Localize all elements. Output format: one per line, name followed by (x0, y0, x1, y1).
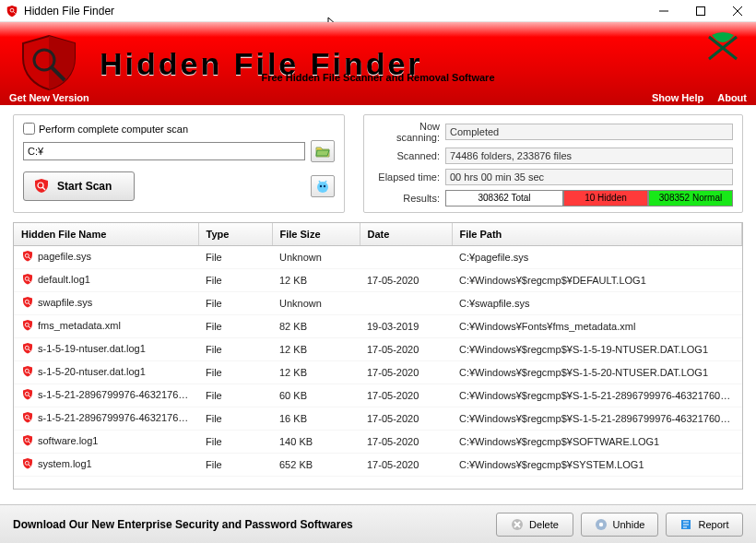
col-header-date[interactable]: Date (360, 223, 452, 246)
cell-name: s-1-5-21-2896799976-463217609-2... (38, 389, 198, 400)
file-shield-icon (21, 319, 34, 334)
cell-path: C:¥swapfile.sys (452, 292, 742, 315)
cell-type: File (198, 269, 272, 292)
table-header-row: Hidden File Name Type File Size Date Fil… (14, 223, 742, 246)
col-header-path[interactable]: File Path (452, 223, 742, 246)
scan-icon (33, 178, 50, 195)
cell-path: C:¥pagefile.sys (452, 246, 742, 269)
app-subtitle: Free Hidden File Scanner and Removal Sof… (0, 72, 756, 83)
cell-date (360, 246, 452, 269)
col-header-size[interactable]: File Size (272, 223, 360, 246)
cell-date: 17-05-2020 (360, 384, 452, 407)
folder-open-icon (315, 145, 330, 158)
cell-type: File (198, 246, 272, 269)
results-normal: 308352 Normal (648, 190, 733, 207)
elapsed-value: 00 hrs 00 min 35 sec (445, 169, 733, 185)
results-table: Hidden File Name Type File Size Date Fil… (14, 223, 742, 477)
cell-type: File (198, 361, 272, 384)
file-shield-icon (21, 434, 34, 449)
start-scan-button[interactable]: Start Scan (23, 171, 135, 201)
show-help-link[interactable]: Show Help (652, 92, 703, 103)
scanned-label: Scanned: (373, 150, 445, 161)
cell-date (360, 292, 452, 315)
file-shield-icon (21, 388, 34, 403)
cell-type: File (198, 338, 272, 361)
file-shield-icon (21, 296, 34, 311)
cell-path: C:¥Windows¥$regcmp$¥DEFAULT.LOG1 (452, 269, 742, 292)
footer: Download Our New Enterprise Security and… (0, 504, 756, 543)
table-row[interactable]: system.log1File652 KB17-05-2020C:¥Window… (14, 454, 742, 477)
cell-path: C:¥Windows¥Fonts¥fms_metadata.xml (452, 315, 742, 338)
report-button[interactable]: Report (666, 513, 743, 537)
cell-size: Unknown (272, 246, 360, 269)
now-scanning-label: Now scanning: (373, 121, 445, 143)
cell-size: 12 KB (272, 269, 360, 292)
file-shield-icon (21, 250, 34, 265)
file-shield-icon (21, 342, 34, 357)
table-row[interactable]: software.log1File140 KB17-05-2020C:¥Wind… (14, 431, 742, 454)
scan-panel: Perform complete computer scan Start Sca… (13, 114, 345, 213)
cell-type: File (198, 384, 272, 407)
cell-date: 17-05-2020 (360, 338, 452, 361)
delete-label: Delete (529, 519, 559, 530)
cell-date: 17-05-2020 (360, 361, 452, 384)
col-header-type[interactable]: Type (198, 223, 272, 246)
get-new-version-link[interactable]: Get New Version (9, 92, 89, 103)
delete-button[interactable]: Delete (496, 513, 573, 537)
cell-date: 19-03-2019 (360, 315, 452, 338)
col-header-name[interactable]: Hidden File Name (14, 223, 198, 246)
creature-icon (315, 179, 330, 194)
delete-icon (511, 518, 524, 531)
titlebar: Hidden File Finder (0, 0, 756, 22)
results-total: 308362 Total (445, 190, 563, 207)
report-icon (679, 518, 692, 531)
cell-path: C:¥Windows¥$regcmp$¥S-1-5-21-2896799976-… (452, 407, 742, 431)
minimize-button[interactable] (645, 0, 682, 22)
results-hidden: 10 Hidden (563, 190, 648, 207)
maximize-button[interactable] (682, 0, 719, 22)
cell-date: 17-05-2020 (360, 269, 452, 292)
secondary-tool-button[interactable] (311, 175, 335, 197)
table-row[interactable]: fms_metadata.xmlFile82 KB19-03-2019C:¥Wi… (14, 315, 742, 338)
unhide-icon (595, 518, 608, 531)
app-icon (6, 5, 18, 18)
cell-size: 60 KB (272, 384, 360, 407)
table-row[interactable]: s-1-5-21-2896799976-463217609-2...File16… (14, 407, 742, 431)
cell-type: File (198, 454, 272, 477)
unhide-button[interactable]: Unhide (581, 513, 658, 537)
file-shield-icon (21, 365, 34, 380)
table-row[interactable]: pagefile.sysFileUnknownC:¥pagefile.sys (14, 246, 742, 269)
results-label: Results: (373, 193, 445, 204)
cell-path: C:¥Windows¥$regcmp$¥S-1-5-21-2896799976-… (452, 384, 742, 407)
file-shield-icon (21, 273, 34, 288)
cell-name: pagefile.sys (38, 251, 91, 262)
scan-path-input[interactable] (23, 142, 305, 160)
browse-folder-button[interactable] (311, 140, 335, 162)
cell-size: 652 KB (272, 454, 360, 477)
complete-scan-checkbox[interactable] (23, 123, 35, 135)
table-row[interactable]: s-1-5-19-ntuser.dat.log1File12 KB17-05-2… (14, 338, 742, 361)
complete-scan-label: Perform complete computer scan (39, 124, 188, 135)
unhide-label: Unhide (613, 519, 645, 530)
close-button[interactable] (719, 0, 756, 22)
banner: Hidden File Finder Free Hidden File Scan… (0, 22, 756, 105)
svg-point-12 (324, 185, 325, 187)
status-panel: Now scanning: Completed Scanned: 74486 f… (363, 114, 743, 213)
cell-path: C:¥Windows¥$regcmp$¥S-1-5-19-NTUSER.DAT.… (452, 338, 742, 361)
file-shield-icon (21, 411, 34, 426)
file-shield-icon (21, 457, 34, 472)
about-link[interactable]: About (717, 92, 747, 103)
results-strip: 308362 Total 10 Hidden 308352 Normal (445, 190, 733, 207)
cell-name: swapfile.sys (38, 297, 92, 308)
cell-name: fms_metadata.xml (38, 320, 121, 331)
cell-name: software.log1 (38, 435, 98, 446)
cell-type: File (198, 431, 272, 454)
cell-date: 17-05-2020 (360, 454, 452, 477)
table-row[interactable]: swapfile.sysFileUnknownC:¥swapfile.sys (14, 292, 742, 315)
table-row[interactable]: s-1-5-21-2896799976-463217609-2...File60… (14, 384, 742, 407)
table-row[interactable]: default.log1File12 KB17-05-2020C:¥Window… (14, 269, 742, 292)
cell-type: File (198, 315, 272, 338)
table-row[interactable]: s-1-5-20-ntuser.dat.log1File12 KB17-05-2… (14, 361, 742, 384)
shield-logo-icon (17, 32, 81, 95)
footer-promo[interactable]: Download Our New Enterprise Security and… (13, 518, 489, 531)
